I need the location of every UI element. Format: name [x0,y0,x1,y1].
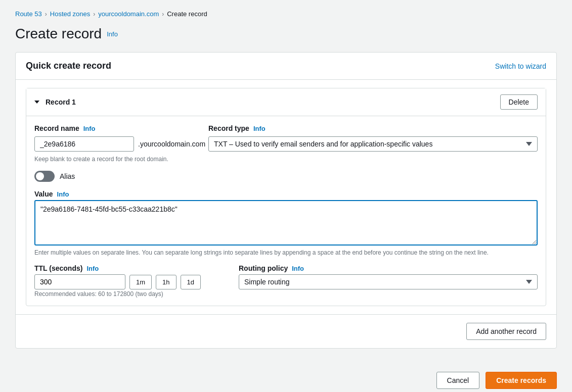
alias-row: Alias [34,171,538,182]
card-header: Quick create record Switch to wizard [16,53,556,80]
routing-policy-select-wrapper: Simple routingWeightedLatencyFailoverGeo… [239,274,538,289]
breadcrumb-current: Create record [167,10,207,18]
ttl-input[interactable] [34,274,125,289]
routing-group: Routing policy Info Simple routingWeight… [239,264,538,289]
delete-button[interactable]: Delete [500,94,538,110]
record-name-input-row: .yourcooldomain.com [34,136,196,152]
record-type-group: Record type Info A – Routes traffic to a… [208,124,538,163]
routing-policy-label: Routing policy Info [239,264,538,272]
record-type-select-wrapper: A – Routes traffic to an IPv4 address an… [208,136,538,152]
cancel-button[interactable]: Cancel [436,372,480,389]
breadcrumb-route53[interactable]: Route 53 [15,10,42,18]
record-type-label: Record type Info [208,124,538,132]
value-info-link[interactable]: Info [57,190,69,198]
ttl-1h-button[interactable]: 1h [156,275,176,289]
record-name-input[interactable] [34,136,134,152]
quick-create-card: Quick create record Switch to wizard Rec… [15,52,557,349]
ttl-input-row: 1m 1h 1d [34,274,227,289]
record-name-info-link[interactable]: Info [83,125,96,132]
ttl-hint: Recommended values: 60 to 172800 (two da… [34,290,163,298]
breadcrumb: Route 53 › Hosted zones › yourcooldomain… [15,10,557,18]
ttl-1m-button[interactable]: 1m [129,275,152,289]
record-body: Record name Info .yourcooldomain.com Kee… [26,116,546,306]
value-section: Value Info "2e9a6186-7481-45fd-bc55-c33c… [34,190,538,256]
page-title: Create record [15,26,102,42]
breadcrumb-sep-3: › [162,11,164,18]
ttl-group: TTL (seconds) Info 1m 1h 1d Recommended … [34,264,227,298]
record-title: Record 1 [34,98,76,106]
card-title: Quick create record [26,61,111,71]
add-another-row: Add another record [16,314,556,348]
page-info-link[interactable]: Info [107,30,118,38]
breadcrumb-sep-2: › [93,11,95,18]
toggle-slider [34,171,55,182]
routing-policy-select[interactable]: Simple routingWeightedLatencyFailoverGeo… [239,274,538,289]
record-name-group: Record name Info .yourcooldomain.com Kee… [34,124,196,163]
ttl-label: TTL (seconds) Info [34,264,227,272]
record-title-text: Record 1 [46,98,76,106]
value-hint: Enter multiple values on separate lines.… [34,249,538,256]
value-textarea[interactable]: "2e9a6186-7481-45fd-bc55-c33caa221b8c" [34,200,538,246]
chevron-down-icon [34,101,39,104]
record-header: Record 1 Delete [26,88,546,116]
record-1-section: Record 1 Delete Record name Info .yourco… [26,88,546,306]
domain-suffix: .yourcooldomain.com [138,140,205,148]
record-name-type-row: Record name Info .yourcooldomain.com Kee… [34,124,538,163]
breadcrumb-hosted-zones[interactable]: Hosted zones [50,10,91,18]
create-records-button[interactable]: Create records [486,372,557,389]
ttl-routing-row: TTL (seconds) Info 1m 1h 1d Recommended … [34,264,538,298]
add-another-record-button[interactable]: Add another record [466,323,546,340]
routing-policy-info-link[interactable]: Info [292,265,304,272]
ttl-info-link[interactable]: Info [86,265,99,272]
alias-toggle[interactable] [34,171,55,182]
breadcrumb-sep-1: › [45,11,47,18]
record-type-select[interactable]: A – Routes traffic to an IPv4 address an… [208,136,538,152]
alias-label: Alias [60,172,75,180]
ttl-1d-button[interactable]: 1d [181,275,201,289]
footer-actions: Cancel Create records [0,364,572,392]
record-type-info-link[interactable]: Info [253,125,266,132]
switch-to-wizard-link[interactable]: Switch to wizard [495,62,546,70]
value-label: Value Info [34,190,538,198]
record-name-hint: Keep blank to create a record for the ro… [34,156,196,163]
breadcrumb-domain[interactable]: yourcooldomain.com [98,10,159,18]
page-title-section: Create record Info [15,26,557,42]
record-name-label: Record name Info [34,124,196,132]
